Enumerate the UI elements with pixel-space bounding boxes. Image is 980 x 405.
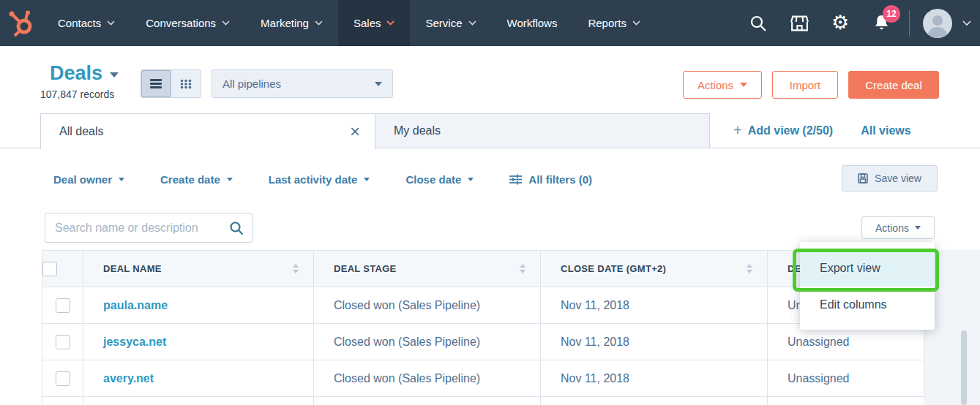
caret-down-icon: [227, 178, 233, 181]
filter-last-activity-date-label: Last activity date: [269, 173, 358, 186]
page-title[interactable]: Deals: [50, 62, 119, 85]
list-view-button[interactable]: [141, 70, 171, 97]
deal-stage-cell: Closed won (Sales Pipeline): [314, 360, 541, 397]
column-label: CLOSE DATE (GMT+2): [561, 263, 666, 274]
menu-item-edit-columns[interactable]: Edit columns: [800, 287, 935, 323]
marketplace-icon[interactable]: [779, 15, 820, 32]
avatar[interactable]: [923, 9, 952, 38]
table-actions-button[interactable]: Actions: [861, 216, 935, 239]
deal-name-link[interactable]: paula.name: [103, 299, 168, 312]
deal-stage-cell: Closed won (Sales Pipeline): [314, 287, 541, 324]
row-checkbox-cell: [42, 397, 83, 405]
notifications-bell-icon[interactable]: 12: [861, 14, 902, 32]
account-chevron-down-icon[interactable]: [962, 20, 971, 26]
create-deal-button[interactable]: Create deal: [848, 71, 939, 99]
table-row: jessyca.net Closed won (Sales Pipeline) …: [42, 324, 924, 360]
title-chevron-down-icon: [110, 72, 119, 77]
tabs-spacer: [0, 113, 40, 148]
filter-bar: Deal owner Create date Last activity dat…: [0, 164, 980, 194]
hubspot-deals-page: Contacts Conversations Marketing Sales S…: [0, 0, 980, 405]
deal-name-cell: avery.net: [83, 360, 314, 397]
column-header-deal-stage[interactable]: DEAL STAGE: [314, 251, 541, 287]
chevron-down-icon: [386, 20, 394, 26]
vertical-scrollbar[interactable]: [961, 330, 967, 405]
search-input[interactable]: [45, 222, 221, 235]
column-header-close-date[interactable]: CLOSE DATE (GMT+2): [541, 251, 768, 287]
row-checkbox[interactable]: [56, 335, 70, 349]
pipeline-select[interactable]: All pipelines: [212, 69, 393, 98]
tab-my-deals[interactable]: My deals: [375, 113, 710, 148]
row-checkbox[interactable]: [56, 371, 70, 386]
notification-badge: 12: [883, 5, 900, 23]
chevron-down-icon: [468, 20, 476, 26]
caret-down-icon: [364, 178, 370, 181]
nav-contacts-label: Contacts: [58, 17, 101, 29]
table-row: paula.name Closed won (Sales Pipeline) N…: [42, 287, 924, 324]
search-icon[interactable]: [738, 15, 779, 32]
actions-dropdown-button[interactable]: Actions: [683, 71, 762, 99]
filter-create-date-label: Create date: [160, 173, 220, 186]
nav-contacts[interactable]: Contacts: [42, 0, 130, 46]
column-label: DEAL STAGE: [334, 263, 397, 274]
actions-button-label: Actions: [697, 79, 733, 91]
sort-icon[interactable]: [747, 264, 752, 273]
save-view-button[interactable]: Save view: [842, 165, 938, 192]
tabs-links: + Add view (2/50) All views: [710, 113, 911, 148]
deal-owner-cell: [768, 397, 924, 405]
filter-close-date[interactable]: Close date: [405, 173, 474, 186]
nav-divider: [909, 10, 910, 37]
menu-item-export-view[interactable]: Export view: [800, 250, 935, 287]
nav-conversations[interactable]: Conversations: [130, 0, 245, 46]
deal-name-link[interactable]: avery.net: [103, 372, 154, 385]
column-header-deal-name[interactable]: DEAL NAME: [83, 251, 314, 287]
all-views-label: All views: [861, 124, 910, 137]
deal-owner-cell: Unassigned: [768, 360, 924, 397]
page-title-label: Deals: [50, 62, 102, 85]
filter-create-date[interactable]: Create date: [160, 173, 233, 186]
search-submit-icon[interactable]: [221, 221, 252, 235]
add-view-link[interactable]: + Add view (2/50): [733, 122, 833, 139]
board-view-icon: [180, 79, 192, 89]
table-row: avery.net Closed won (Sales Pipeline) No…: [42, 360, 924, 397]
select-chevron-down-icon: [375, 82, 382, 86]
pipeline-select-value: All pipelines: [222, 77, 281, 90]
sort-icon[interactable]: [520, 264, 525, 273]
sort-icon[interactable]: [293, 264, 299, 273]
filter-deal-owner-label: Deal owner: [53, 173, 112, 186]
search-box: [45, 213, 253, 243]
hubspot-logo-icon[interactable]: [0, 0, 42, 46]
nav-marketing[interactable]: Marketing: [245, 0, 338, 46]
close-tab-icon[interactable]: ×: [350, 123, 360, 140]
chevron-down-icon: [632, 20, 640, 26]
filter-deal-owner[interactable]: Deal owner: [53, 173, 124, 186]
row-checkbox[interactable]: [56, 298, 70, 313]
table-header-row: DEAL NAME DEAL STAGE CLOSE DATE (GMT+2) …: [42, 251, 924, 287]
nav-service[interactable]: Service: [410, 0, 491, 46]
close-date-cell: Nov 11, 2018: [541, 360, 768, 397]
deal-name-link[interactable]: jessyca.net: [103, 336, 166, 349]
table-actions-label: Actions: [875, 222, 909, 234]
all-filters-link[interactable]: All filters (0): [509, 173, 592, 186]
select-all-checkbox[interactable]: [42, 262, 57, 276]
import-button[interactable]: Import: [772, 71, 838, 99]
close-date-cell: Nov 11, 2018: [541, 324, 768, 360]
board-view-button[interactable]: [171, 70, 201, 97]
settings-gear-icon[interactable]: ⚙: [820, 13, 861, 33]
chevron-down-icon: [222, 20, 230, 26]
tab-all-deals[interactable]: All deals ×: [40, 113, 375, 149]
sliders-icon: [509, 174, 522, 185]
nav-workflows-label: Workflows: [507, 17, 558, 29]
save-view-label: Save view: [875, 173, 921, 184]
all-views-link[interactable]: All views: [861, 124, 910, 137]
caret-down-icon: [119, 178, 124, 181]
deal-stage-cell: [314, 397, 541, 405]
nav-service-label: Service: [425, 17, 462, 29]
nav-sales[interactable]: Sales: [338, 0, 411, 46]
column-label: DEAL NAME: [103, 263, 162, 274]
filter-last-activity-date[interactable]: Last activity date: [269, 173, 370, 186]
nav-marketing-label: Marketing: [261, 17, 309, 29]
nav-reports[interactable]: Reports: [572, 0, 656, 46]
tab-all-deals-label: All deals: [59, 125, 103, 138]
nav-utilities: ⚙ 12: [738, 9, 980, 38]
nav-workflows[interactable]: Workflows: [492, 0, 573, 46]
